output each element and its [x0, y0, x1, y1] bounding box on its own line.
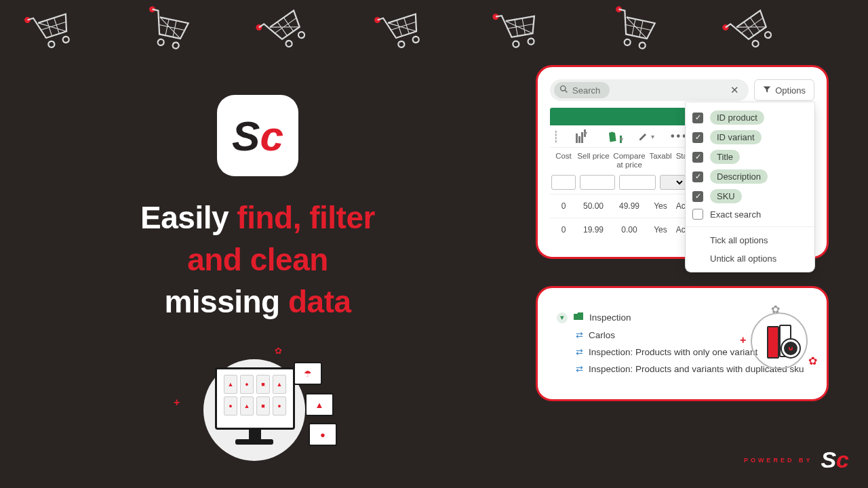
tree-item-label: Carlos	[589, 330, 615, 340]
svg-point-14	[528, 38, 534, 45]
books-illustration: + ✿ ✿	[747, 308, 812, 373]
dropdown-item-description[interactable]: ✓ Description	[692, 167, 808, 186]
svg-point-10	[397, 41, 405, 48]
svg-point-2	[62, 36, 70, 43]
svg-point-7	[285, 39, 294, 48]
chevron-down-icon: ▾	[557, 312, 568, 323]
column-header-cost[interactable]: Cost	[551, 152, 576, 169]
svg-point-1	[47, 41, 55, 48]
dropdown-item-title[interactable]: ✓ Title	[692, 147, 808, 167]
dropdown-item-id-product[interactable]: ✓ ID product	[692, 108, 808, 127]
tick-all-button[interactable]: Tick all options	[692, 231, 808, 249]
options-dropdown: ✓ ID product ✓ ID variant ✓ Title ✓ Desc…	[686, 102, 814, 272]
search-filter-panel: Search ✕ Options ┊ ▾ ▾ ▾ •••▾ Cost Sell …	[536, 65, 829, 259]
dropdown-item-id-variant[interactable]: ✓ ID variant	[692, 127, 808, 147]
search-placeholder: Search	[572, 85, 600, 96]
search-field[interactable]: Search ✕	[550, 79, 749, 101]
checkbox-unchecked-icon	[692, 209, 703, 220]
svg-point-16	[624, 39, 631, 46]
options-label: Options	[775, 85, 806, 96]
table-row[interactable]: 0 50.00 49.99 Yes Active	[550, 194, 692, 218]
cart-icon	[252, 0, 317, 62]
filter-input-cost[interactable]	[551, 175, 576, 190]
svg-point-17	[639, 42, 646, 49]
refresh-icon: ⇄	[576, 330, 583, 340]
cart-icon	[22, 1, 81, 58]
cart-icon	[719, 0, 784, 62]
powered-by: POWERED BY Sc	[744, 447, 849, 473]
cart-icon	[372, 1, 431, 58]
cart-icon	[606, 3, 663, 56]
svg-point-11	[412, 36, 420, 43]
divider-icon: ┊	[553, 130, 559, 143]
inspection-tree-panel: ▾ Inspection ⇄ Carlos ⇄ Inspection: Prod…	[536, 286, 829, 401]
data-table: Cost Sell price Compareat price Taxabl S…	[550, 148, 692, 241]
powered-by-logo: Sc	[821, 447, 849, 473]
powered-by-label: POWERED BY	[744, 457, 813, 464]
dropdown-item-sku[interactable]: ✓ SKU	[692, 186, 808, 206]
search-icon	[559, 85, 568, 96]
svg-point-13	[513, 41, 519, 47]
filter-input-compare[interactable]	[619, 175, 656, 190]
cart-decoration-row	[0, 8, 868, 52]
column-header-sell-price[interactable]: Sell price	[576, 152, 611, 169]
checkbox-checked-icon: ✓	[692, 113, 703, 123]
table-row[interactable]: 0 19.99 0.00 Yes Active	[550, 218, 692, 241]
filter-icon	[763, 85, 771, 96]
refresh-icon: ⇄	[576, 347, 583, 357]
column-header-taxable[interactable]: Taxabl	[648, 152, 673, 169]
svg-point-20	[764, 30, 772, 39]
filter-select-taxable[interactable]	[660, 175, 686, 190]
tree-folder-label: Inspection	[589, 312, 631, 323]
computer-illustration: ▲●■▲●▲■● ☂ ▲ ●	[173, 352, 356, 468]
cart-icon	[140, 3, 197, 56]
headline: Easily find, filter and clean missing da…	[102, 197, 414, 323]
svg-point-4	[157, 39, 165, 46]
logo-c: c	[260, 112, 283, 160]
options-button[interactable]: Options	[754, 79, 814, 101]
svg-point-0	[24, 16, 31, 24]
svg-point-5	[172, 42, 180, 49]
shopify-tool-icon[interactable]: ▾	[607, 129, 622, 143]
checkbox-checked-icon: ✓	[692, 132, 703, 143]
tree-item-label: Inspection: Products with only one varia…	[589, 347, 757, 357]
checkbox-checked-icon: ✓	[692, 152, 703, 163]
columns-tool-icon[interactable]: ▾	[576, 129, 591, 143]
logo-s: S	[232, 112, 260, 160]
svg-point-8	[297, 30, 306, 39]
svg-point-19	[751, 39, 760, 48]
svg-line-22	[565, 90, 567, 92]
cart-icon	[490, 4, 546, 56]
edit-tool-icon[interactable]: ▾	[638, 131, 654, 142]
checkbox-checked-icon: ✓	[692, 171, 703, 182]
folder-icon	[573, 312, 584, 323]
untick-all-button[interactable]: Untick all options	[692, 249, 808, 268]
clear-search-button[interactable]: ✕	[725, 84, 745, 96]
svg-point-21	[561, 86, 566, 91]
app-logo: Sc	[217, 95, 298, 176]
column-header-compare[interactable]: Compareat price	[611, 152, 648, 169]
dropdown-item-exact-search[interactable]: Exact search	[692, 206, 808, 222]
checkbox-checked-icon: ✓	[692, 191, 703, 202]
divider	[686, 226, 814, 227]
filter-input-sell[interactable]	[580, 175, 615, 190]
refresh-icon: ⇄	[576, 364, 583, 374]
